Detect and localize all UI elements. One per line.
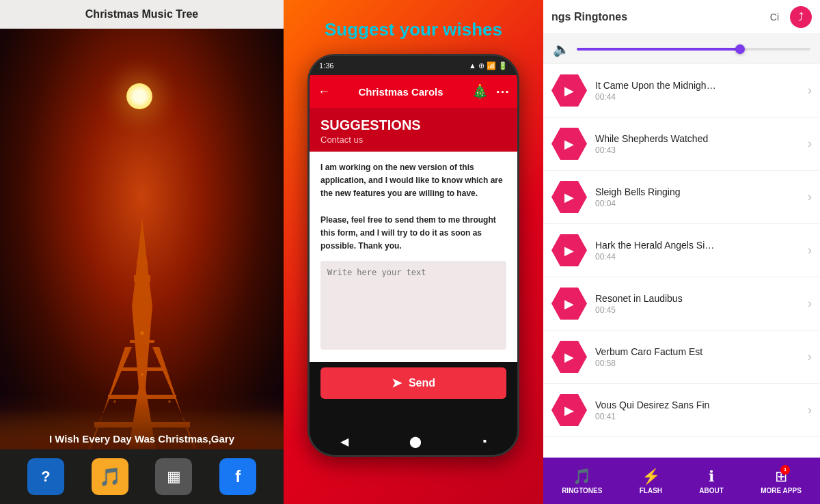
song-name-6: Vous Qui Desirez Sans Fin [595, 400, 800, 410]
song-item-6[interactable]: ▶ Vous Qui Desirez Sans Fin 00:41 › [543, 384, 820, 437]
current-song-label: I Wish Every Day Was Christmas,Gary [0, 428, 284, 449]
song-info-4: Resonet in Laudibus 00:45 [595, 293, 800, 315]
more-menu-icon[interactable]: ⋯ [495, 83, 509, 100]
chevron-right-3: › [808, 243, 812, 257]
phone-app-bar: ← Christmas Carols 🎄 ⋯ [310, 75, 517, 108]
chevron-right-0: › [808, 83, 812, 98]
right-tab-ci: Ci [770, 12, 779, 23]
song-name-2: Sleigh Bells Ringing [595, 186, 800, 197]
flash-icon: ⚡ [642, 468, 660, 486]
left-bottom-bar: ? 🎵 ▦ f [0, 449, 284, 504]
play-button-2[interactable]: ▶ [551, 180, 587, 215]
play-button-3[interactable]: ▶ [551, 233, 587, 268]
contact-us-label: Contact us [320, 135, 506, 145]
share-button[interactable]: ⤴ [790, 6, 812, 28]
music-button[interactable]: 🎵 [92, 458, 128, 495]
phone-app-title: Christmas Carols [337, 86, 465, 98]
nav-recent-icon[interactable]: ▪ [483, 435, 487, 447]
help-button[interactable]: ? [27, 458, 64, 495]
svg-point-9 [140, 331, 144, 335]
background-image [0, 29, 284, 449]
phone-bottom-nav: ◀ ⬤ ▪ [310, 428, 517, 455]
about-icon: ℹ [709, 468, 714, 486]
play-button-5[interactable]: ▶ [551, 339, 587, 375]
song-name-1: While Shepherds Watched [595, 133, 800, 144]
phone-status-bar: 1:36 ▲ ⊕ 📶 🔋 [310, 56, 517, 75]
svg-rect-5 [122, 367, 163, 371]
hex-play-4: ▶ [551, 286, 587, 322]
song-duration-3: 00:44 [595, 252, 800, 262]
song-item-2[interactable]: ▶ Sleigh Bells Ringing 00:04 › [543, 171, 820, 224]
play-button-4[interactable]: ▶ [551, 286, 587, 322]
tab-about[interactable]: ℹ ABOUT [699, 468, 724, 494]
menu-icon: ▦ [167, 468, 181, 486]
song-duration-0: 00:44 [595, 92, 800, 102]
chevron-right-5: › [808, 350, 812, 364]
song-info-2: Sleigh Bells Ringing 00:04 [595, 186, 800, 208]
chevron-right-4: › [808, 296, 812, 311]
right-top-bar: ngs Ringtones Ci ⤴ [543, 0, 820, 34]
song-item-4[interactable]: ▶ Resonet in Laudibus 00:45 › [543, 277, 820, 331]
song-name-5: Verbum Caro Factum Est [595, 346, 800, 357]
phone-mockup: 1:36 ▲ ⊕ 📶 🔋 ← Christmas Carols 🎄 ⋯ SUGG… [308, 54, 519, 457]
svg-rect-7 [134, 275, 150, 282]
back-button[interactable]: ← [318, 85, 330, 99]
right-panel: ngs Ringtones Ci ⤴ 🔈 ▶ It Came Upon the … [543, 0, 820, 504]
svg-rect-6 [130, 340, 154, 343]
facebook-button[interactable]: f [219, 458, 256, 495]
chevron-right-2: › [808, 190, 812, 204]
suggestion-input[interactable] [320, 261, 506, 350]
share-icon: ⤴ [798, 11, 804, 23]
play-button-0[interactable]: ▶ [551, 73, 587, 109]
hex-play-5: ▶ [551, 339, 587, 375]
volume-thumb[interactable] [735, 44, 745, 54]
song-item-0[interactable]: ▶ It Came Upon the Midnigh… 00:44 › [543, 64, 820, 117]
song-name-3: Hark the Herald Angels Si… [595, 240, 800, 251]
music-icon: 🎵 [99, 466, 121, 488]
badge-count: 1 [780, 465, 790, 475]
song-duration-4: 00:45 [595, 305, 800, 315]
play-button-6[interactable]: ▶ [551, 393, 587, 428]
about-label: ABOUT [699, 487, 724, 494]
tab-ringtones[interactable]: 🎵 RINGTONES [562, 468, 602, 494]
hex-play-6: ▶ [551, 393, 587, 428]
song-name-text: I Wish Every Day Was Christmas,Gary [49, 433, 234, 445]
song-item-5[interactable]: ▶ Verbum Caro Factum Est 00:58 › [543, 331, 820, 384]
song-duration-6: 00:41 [595, 412, 800, 421]
suggestions-title: SUGGESTIONS [320, 117, 506, 133]
nav-home-icon[interactable]: ⬤ [409, 435, 422, 448]
left-panel: Christmas Music Tree [0, 0, 284, 504]
menu-button[interactable]: ▦ [155, 458, 192, 495]
middle-panel: Suggest your wishes 1:36 ▲ ⊕ 📶 🔋 ← Chris… [284, 0, 543, 504]
song-duration-1: 00:43 [595, 145, 800, 155]
volume-slider[interactable] [577, 48, 810, 51]
song-info-5: Verbum Caro Factum Est 00:58 [595, 346, 800, 368]
song-list: ▶ It Came Upon the Midnigh… 00:44 › ▶ Wh… [543, 64, 820, 458]
tab-more-apps[interactable]: ⊞ 1 MORE APPS [761, 468, 802, 494]
hex-play-2: ▶ [551, 180, 587, 215]
tab-flash[interactable]: ⚡ FLASH [640, 468, 662, 494]
song-item-1[interactable]: ▶ While Shepherds Watched 00:43 › [543, 117, 820, 171]
flash-label: FLASH [640, 487, 662, 494]
send-button[interactable]: ➤ Send [320, 367, 506, 399]
send-icon: ➤ [392, 376, 402, 391]
middle-headline: Suggest your wishes [325, 19, 502, 40]
status-time: 1:36 [319, 61, 333, 70]
svg-point-12 [141, 373, 144, 376]
hex-play-1: ▶ [551, 126, 587, 162]
hex-play-0: ▶ [551, 73, 587, 109]
right-tab-title: ngs Ringtones [551, 11, 765, 23]
song-item-3[interactable]: ▶ Hark the Herald Angels Si… 00:44 › [543, 224, 820, 277]
suggestions-content: I am working on the new version of this … [310, 152, 517, 362]
song-info-3: Hark the Herald Angels Si… 00:44 [595, 240, 800, 262]
chevron-right-1: › [808, 137, 812, 151]
play-button-1[interactable]: ▶ [551, 126, 587, 162]
status-icons: ▲ ⊕ 📶 🔋 [469, 61, 508, 70]
app-title-bar: Christmas Music Tree [0, 0, 284, 29]
description-text: I am working on the new version of this … [320, 161, 506, 253]
nav-back-icon[interactable]: ◀ [340, 435, 348, 448]
volume-control: 🔈 [543, 34, 820, 64]
more-apps-label: MORE APPS [761, 487, 802, 494]
moon-decoration [126, 83, 152, 109]
song-name-0: It Came Upon the Midnigh… [595, 80, 800, 91]
